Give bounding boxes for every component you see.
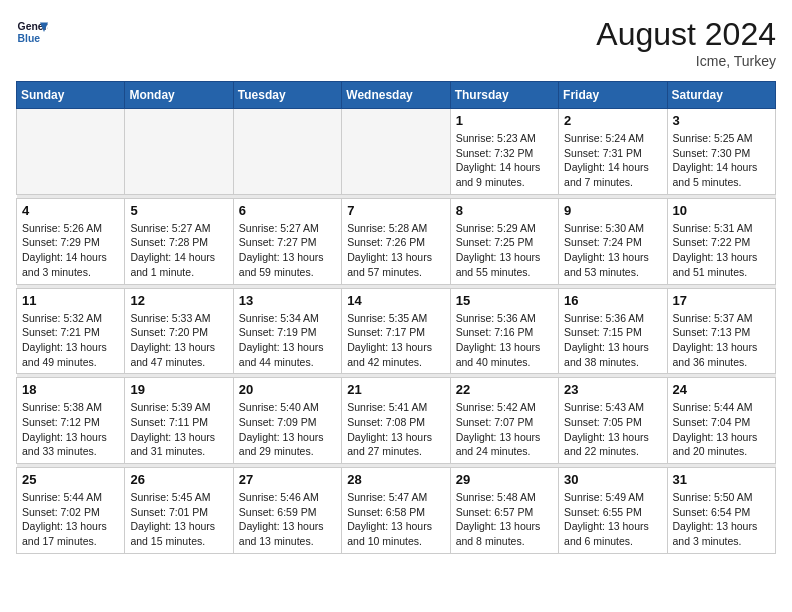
- day-number: 28: [347, 472, 444, 487]
- title-block: August 2024 Icme, Turkey: [596, 16, 776, 69]
- day-info: Sunrise: 5:29 AM Sunset: 7:25 PM Dayligh…: [456, 221, 553, 280]
- calendar-day-cell: 23Sunrise: 5:43 AM Sunset: 7:05 PM Dayli…: [559, 378, 667, 464]
- day-of-week-header: Thursday: [450, 82, 558, 109]
- logo-icon: General Blue: [16, 16, 48, 48]
- calendar-day-cell: [233, 109, 341, 195]
- day-of-week-header: Friday: [559, 82, 667, 109]
- calendar-day-cell: 22Sunrise: 5:42 AM Sunset: 7:07 PM Dayli…: [450, 378, 558, 464]
- calendar-day-cell: 5Sunrise: 5:27 AM Sunset: 7:28 PM Daylig…: [125, 198, 233, 284]
- day-number: 8: [456, 203, 553, 218]
- day-number: 13: [239, 293, 336, 308]
- day-number: 1: [456, 113, 553, 128]
- calendar-week-row: 1Sunrise: 5:23 AM Sunset: 7:32 PM Daylig…: [17, 109, 776, 195]
- day-info: Sunrise: 5:33 AM Sunset: 7:20 PM Dayligh…: [130, 311, 227, 370]
- day-of-week-header: Saturday: [667, 82, 775, 109]
- calendar-day-cell: 14Sunrise: 5:35 AM Sunset: 7:17 PM Dayli…: [342, 288, 450, 374]
- day-number: 14: [347, 293, 444, 308]
- day-info: Sunrise: 5:32 AM Sunset: 7:21 PM Dayligh…: [22, 311, 119, 370]
- calendar-day-cell: 15Sunrise: 5:36 AM Sunset: 7:16 PM Dayli…: [450, 288, 558, 374]
- calendar-day-cell: 25Sunrise: 5:44 AM Sunset: 7:02 PM Dayli…: [17, 468, 125, 554]
- calendar-day-cell: 11Sunrise: 5:32 AM Sunset: 7:21 PM Dayli…: [17, 288, 125, 374]
- day-number: 7: [347, 203, 444, 218]
- day-info: Sunrise: 5:30 AM Sunset: 7:24 PM Dayligh…: [564, 221, 661, 280]
- day-number: 26: [130, 472, 227, 487]
- day-info: Sunrise: 5:40 AM Sunset: 7:09 PM Dayligh…: [239, 400, 336, 459]
- day-info: Sunrise: 5:36 AM Sunset: 7:16 PM Dayligh…: [456, 311, 553, 370]
- calendar-day-cell: [17, 109, 125, 195]
- day-number: 11: [22, 293, 119, 308]
- calendar-day-cell: 4Sunrise: 5:26 AM Sunset: 7:29 PM Daylig…: [17, 198, 125, 284]
- day-info: Sunrise: 5:24 AM Sunset: 7:31 PM Dayligh…: [564, 131, 661, 190]
- day-info: Sunrise: 5:41 AM Sunset: 7:08 PM Dayligh…: [347, 400, 444, 459]
- calendar-week-row: 4Sunrise: 5:26 AM Sunset: 7:29 PM Daylig…: [17, 198, 776, 284]
- svg-text:Blue: Blue: [18, 33, 41, 44]
- calendar-day-cell: 9Sunrise: 5:30 AM Sunset: 7:24 PM Daylig…: [559, 198, 667, 284]
- calendar-week-row: 11Sunrise: 5:32 AM Sunset: 7:21 PM Dayli…: [17, 288, 776, 374]
- day-info: Sunrise: 5:37 AM Sunset: 7:13 PM Dayligh…: [673, 311, 770, 370]
- day-info: Sunrise: 5:39 AM Sunset: 7:11 PM Dayligh…: [130, 400, 227, 459]
- day-info: Sunrise: 5:45 AM Sunset: 7:01 PM Dayligh…: [130, 490, 227, 549]
- day-info: Sunrise: 5:49 AM Sunset: 6:55 PM Dayligh…: [564, 490, 661, 549]
- day-of-week-header: Wednesday: [342, 82, 450, 109]
- calendar-day-cell: 28Sunrise: 5:47 AM Sunset: 6:58 PM Dayli…: [342, 468, 450, 554]
- calendar-day-cell: 2Sunrise: 5:24 AM Sunset: 7:31 PM Daylig…: [559, 109, 667, 195]
- calendar-day-cell: [342, 109, 450, 195]
- day-info: Sunrise: 5:35 AM Sunset: 7:17 PM Dayligh…: [347, 311, 444, 370]
- day-number: 20: [239, 382, 336, 397]
- day-info: Sunrise: 5:25 AM Sunset: 7:30 PM Dayligh…: [673, 131, 770, 190]
- day-info: Sunrise: 5:44 AM Sunset: 7:02 PM Dayligh…: [22, 490, 119, 549]
- month-year-title: August 2024: [596, 16, 776, 53]
- calendar-day-cell: 8Sunrise: 5:29 AM Sunset: 7:25 PM Daylig…: [450, 198, 558, 284]
- day-number: 12: [130, 293, 227, 308]
- calendar-day-cell: 26Sunrise: 5:45 AM Sunset: 7:01 PM Dayli…: [125, 468, 233, 554]
- day-number: 24: [673, 382, 770, 397]
- location-subtitle: Icme, Turkey: [596, 53, 776, 69]
- day-info: Sunrise: 5:23 AM Sunset: 7:32 PM Dayligh…: [456, 131, 553, 190]
- calendar-day-cell: 21Sunrise: 5:41 AM Sunset: 7:08 PM Dayli…: [342, 378, 450, 464]
- day-number: 3: [673, 113, 770, 128]
- day-of-week-header: Sunday: [17, 82, 125, 109]
- day-info: Sunrise: 5:44 AM Sunset: 7:04 PM Dayligh…: [673, 400, 770, 459]
- calendar-week-row: 25Sunrise: 5:44 AM Sunset: 7:02 PM Dayli…: [17, 468, 776, 554]
- day-number: 17: [673, 293, 770, 308]
- day-number: 30: [564, 472, 661, 487]
- calendar-week-row: 18Sunrise: 5:38 AM Sunset: 7:12 PM Dayli…: [17, 378, 776, 464]
- day-info: Sunrise: 5:47 AM Sunset: 6:58 PM Dayligh…: [347, 490, 444, 549]
- day-of-week-header: Monday: [125, 82, 233, 109]
- calendar-day-cell: 12Sunrise: 5:33 AM Sunset: 7:20 PM Dayli…: [125, 288, 233, 374]
- calendar-day-cell: 20Sunrise: 5:40 AM Sunset: 7:09 PM Dayli…: [233, 378, 341, 464]
- day-number: 9: [564, 203, 661, 218]
- day-number: 29: [456, 472, 553, 487]
- day-info: Sunrise: 5:27 AM Sunset: 7:28 PM Dayligh…: [130, 221, 227, 280]
- calendar-day-cell: 3Sunrise: 5:25 AM Sunset: 7:30 PM Daylig…: [667, 109, 775, 195]
- day-number: 15: [456, 293, 553, 308]
- day-number: 25: [22, 472, 119, 487]
- page-header: General Blue August 2024 Icme, Turkey: [16, 16, 776, 69]
- day-number: 27: [239, 472, 336, 487]
- day-info: Sunrise: 5:28 AM Sunset: 7:26 PM Dayligh…: [347, 221, 444, 280]
- calendar-header-row: SundayMondayTuesdayWednesdayThursdayFrid…: [17, 82, 776, 109]
- calendar-day-cell: 30Sunrise: 5:49 AM Sunset: 6:55 PM Dayli…: [559, 468, 667, 554]
- day-info: Sunrise: 5:36 AM Sunset: 7:15 PM Dayligh…: [564, 311, 661, 370]
- calendar-table: SundayMondayTuesdayWednesdayThursdayFrid…: [16, 81, 776, 554]
- day-number: 22: [456, 382, 553, 397]
- day-number: 5: [130, 203, 227, 218]
- day-info: Sunrise: 5:46 AM Sunset: 6:59 PM Dayligh…: [239, 490, 336, 549]
- calendar-day-cell: 16Sunrise: 5:36 AM Sunset: 7:15 PM Dayli…: [559, 288, 667, 374]
- calendar-day-cell: 24Sunrise: 5:44 AM Sunset: 7:04 PM Dayli…: [667, 378, 775, 464]
- logo: General Blue: [16, 16, 48, 48]
- day-info: Sunrise: 5:38 AM Sunset: 7:12 PM Dayligh…: [22, 400, 119, 459]
- calendar-day-cell: 17Sunrise: 5:37 AM Sunset: 7:13 PM Dayli…: [667, 288, 775, 374]
- day-number: 21: [347, 382, 444, 397]
- calendar-day-cell: 7Sunrise: 5:28 AM Sunset: 7:26 PM Daylig…: [342, 198, 450, 284]
- day-number: 4: [22, 203, 119, 218]
- day-number: 16: [564, 293, 661, 308]
- day-info: Sunrise: 5:34 AM Sunset: 7:19 PM Dayligh…: [239, 311, 336, 370]
- day-number: 6: [239, 203, 336, 218]
- day-info: Sunrise: 5:42 AM Sunset: 7:07 PM Dayligh…: [456, 400, 553, 459]
- day-of-week-header: Tuesday: [233, 82, 341, 109]
- day-number: 2: [564, 113, 661, 128]
- calendar-day-cell: 27Sunrise: 5:46 AM Sunset: 6:59 PM Dayli…: [233, 468, 341, 554]
- day-info: Sunrise: 5:50 AM Sunset: 6:54 PM Dayligh…: [673, 490, 770, 549]
- day-info: Sunrise: 5:48 AM Sunset: 6:57 PM Dayligh…: [456, 490, 553, 549]
